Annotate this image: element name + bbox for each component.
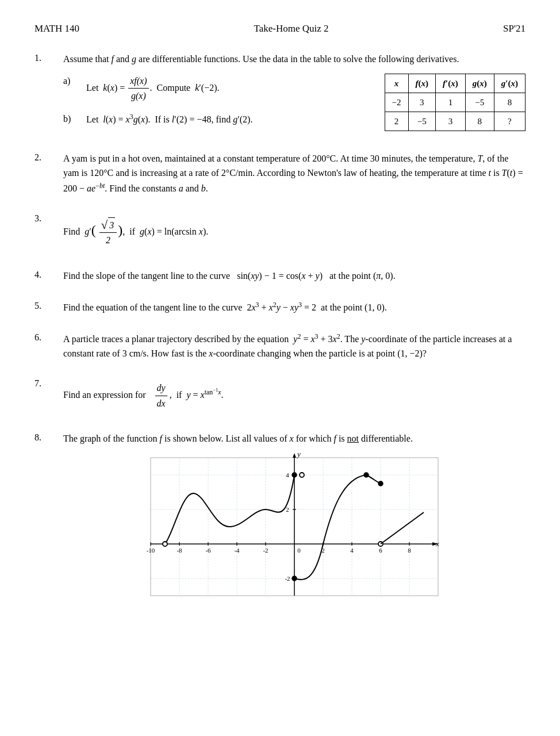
col-x: x (385, 74, 408, 93)
col-fx: f(x) (408, 74, 436, 93)
cell-gpx1: 8 (494, 93, 525, 112)
underline-not: not (347, 434, 359, 443)
data-table: x f(x) f′(x) g(x) g′(x) −2 3 1 −5 (385, 74, 526, 131)
svg-text:-8: -8 (177, 547, 182, 554)
svg-text:8: 8 (408, 547, 411, 554)
dx-den: dx (155, 396, 167, 411)
svg-text:-4: -4 (234, 547, 240, 554)
problem-8-content: The graph of the function f is shown bel… (63, 431, 526, 601)
col-gx: g(x) (465, 74, 494, 93)
problem-2: 2. A yam is put in a hot oven, maintaine… (34, 151, 526, 196)
problem-6-number: 6. (34, 331, 63, 343)
sqrt-3: √3 (101, 217, 115, 233)
header-right: SP'21 (503, 23, 526, 34)
problem-1-intro: Assume that f and g are differentiable f… (63, 52, 526, 67)
problem-1-subproblems: a) Let k(x) = xf(x) g(x) . Compute k′(−2… (63, 74, 356, 135)
filled-circle-0-neg2 (292, 576, 297, 581)
sub-problem-a: a) Let k(x) = xf(x) g(x) . Compute k′(−2… (63, 74, 356, 103)
page-header: MATH 140 Take-Home Quiz 2 SP'21 (34, 23, 526, 34)
sub-problem-b: b) Let l(x) = x3g(x). If is l′(2) = −48,… (63, 112, 356, 127)
problem-5-content: Find the equation of the tangent line to… (63, 300, 526, 315)
sub-a-label: a) (63, 74, 86, 89)
col-gpx: g′(x) (494, 74, 525, 93)
cell-fx1: 3 (408, 93, 436, 112)
svg-text:4: 4 (286, 471, 289, 478)
open-circle-left (163, 542, 167, 546)
cell-gx2: 8 (465, 112, 494, 131)
radical-symbol: √ (101, 219, 108, 231)
problem-3: 3. Find g′( √3 2 ), if g(x) = ln(arcsin … (34, 212, 526, 248)
svg-text:-2: -2 (263, 547, 268, 554)
cell-fpx1: 1 (436, 93, 466, 112)
problem-8-text: The graph of the function f is shown bel… (63, 431, 526, 446)
problem-2-content: A yam is put in a hot oven, maintained a… (63, 151, 526, 196)
table-row-1: −2 3 1 −5 8 (385, 93, 525, 112)
header-left: MATH 140 (34, 23, 79, 34)
problem-1-number: 1. (34, 52, 63, 63)
cell-gpx2: ? (494, 112, 525, 131)
problem-3-content: Find g′( √3 2 ), if g(x) = ln(arcsin x). (63, 212, 526, 248)
svg-marker-15 (293, 453, 296, 458)
svg-text:0: 0 (297, 547, 301, 554)
frac-sqrt3-den: 2 (104, 233, 112, 248)
problem-4-content: Find the slope of the tangent line to th… (63, 269, 526, 283)
svg-text:-2: -2 (285, 575, 290, 582)
frac-numerator: xf(x) (128, 74, 148, 89)
fraction-kx: xf(x) g(x) (128, 74, 148, 103)
filled-circle-0-4 (292, 473, 297, 477)
cell-x2: 2 (385, 112, 408, 131)
problem-5: 5. Find the equation of the tangent line… (34, 300, 526, 315)
sub-b-label: b) (63, 112, 86, 126)
table-row-2: 2 −5 3 8 ? (385, 112, 525, 131)
svg-text:2: 2 (286, 506, 289, 513)
problem-4: 4. Find the slope of the tangent line to… (34, 269, 526, 283)
problem-5-number: 5. (34, 300, 63, 311)
sub-b-content: Let l(x) = x3g(x). If is l′(2) = −48, fi… (86, 112, 356, 127)
problem-2-number: 2. (34, 151, 63, 163)
svg-text:-6: -6 (205, 547, 211, 554)
problem-8: 8. The graph of the function f is shown … (34, 431, 526, 601)
problem-7: 7. Find an expression for dy dx , if y =… (34, 377, 526, 411)
svg-text:x: x (435, 539, 439, 548)
frac-dy-dx: dy dx (155, 381, 167, 411)
frac-sqrt3-num: √3 (99, 217, 117, 233)
cell-fx2: −5 (408, 112, 436, 131)
sqrt-content-3: 3 (108, 217, 115, 233)
frac-denominator: g(x) (129, 89, 148, 103)
cell-x1: −2 (385, 93, 408, 112)
problem-6: 6. A particle traces a planar trajectory… (34, 331, 526, 362)
problem-6-content: A particle traces a planar trajectory de… (63, 331, 526, 362)
open-circle-0-4-right (300, 473, 304, 477)
frac-sqrt3-2: √3 2 (99, 217, 117, 248)
problem-1-content: Assume that f and g are differentiable f… (63, 52, 526, 135)
svg-text:6: 6 (379, 547, 382, 554)
problem-7-content: Find an expression for dy dx , if y = xt… (63, 377, 526, 411)
dy-num: dy (155, 381, 167, 396)
function-graph: -10 -8 -6 -4 -2 0 2 4 (145, 452, 444, 601)
problem-1: 1. Assume that f and g are differentiabl… (34, 52, 526, 135)
header-center: Take-Home Quiz 2 (254, 23, 328, 34)
problem-7-number: 7. (34, 377, 63, 389)
problem-4-number: 4. (34, 269, 63, 280)
graph-container: -10 -8 -6 -4 -2 0 2 4 (63, 452, 526, 601)
sub-a-content: Let k(x) = xf(x) g(x) . Compute k′(−2). (86, 74, 356, 103)
cell-gx1: −5 (465, 93, 494, 112)
svg-text:-10: -10 (147, 547, 155, 554)
problem-3-number: 3. (34, 212, 63, 224)
problem-1-body: a) Let k(x) = xf(x) g(x) . Compute k′(−2… (63, 74, 526, 135)
problem-8-number: 8. (34, 431, 63, 443)
cell-fpx2: 3 (436, 112, 466, 131)
data-table-container: x f(x) f′(x) g(x) g′(x) −2 3 1 −5 (373, 74, 526, 131)
svg-text:4: 4 (350, 547, 354, 554)
svg-text:y: y (296, 452, 301, 458)
col-fpx: f′(x) (436, 74, 466, 93)
